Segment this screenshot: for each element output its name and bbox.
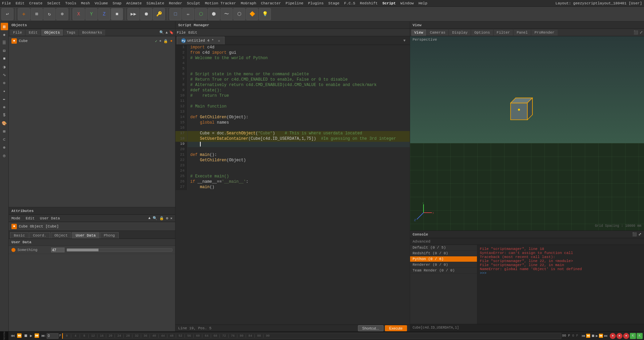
attr-search-icon[interactable]: 🔍: [153, 216, 157, 220]
viewport-btn[interactable]: □: [169, 8, 182, 20]
viewport-tab-prorender[interactable]: ProRender: [531, 30, 557, 36]
curve-btn[interactable]: 〜: [220, 8, 233, 20]
console-item-default[interactable]: Default (0 / 5): [410, 245, 477, 251]
tl-rec2-btn[interactable]: ●: [616, 333, 622, 339]
tl-last-frame-btn[interactable]: ⏭: [41, 333, 46, 338]
viewport-tab-display[interactable]: Display: [449, 30, 471, 36]
tl-rec1-btn[interactable]: ●: [610, 333, 616, 339]
console-item-renderer[interactable]: Renderer (0 / 0): [410, 262, 477, 268]
menu-window[interactable]: Window: [400, 1, 414, 5]
menu-snap[interactable]: Snap: [113, 1, 121, 5]
tl-key2-btn[interactable]: K: [637, 333, 643, 339]
scale-button[interactable]: ⊞: [31, 8, 43, 20]
tl-first-frame-btn[interactable]: ⏮: [10, 333, 15, 338]
tl-next-btn[interactable]: ⏩: [34, 333, 40, 338]
viewport-maximize-icon[interactable]: ⤢: [640, 30, 643, 35]
sidebar-paint-icon[interactable]: 🎨: [1, 120, 8, 127]
script-file-menu[interactable]: File: [177, 31, 186, 35]
bp2-btn[interactable]: ⬢: [208, 8, 220, 20]
cube-lock-icon[interactable]: 🔒: [163, 39, 168, 43]
sidebar-camera-icon[interactable]: ⊙: [1, 79, 8, 87]
menu-file[interactable]: File: [2, 1, 11, 5]
sidebar-sk-icon[interactable]: $: [1, 112, 8, 119]
menu-mograph[interactable]: MoGraph: [241, 1, 256, 5]
cube-dot-icon[interactable]: ●: [170, 39, 172, 43]
sidebar-layer-icon[interactable]: ☰: [1, 39, 8, 46]
objects-search-icon[interactable]: 🔍: [159, 30, 164, 35]
viewport-tab-panel[interactable]: Panel: [514, 30, 531, 36]
obj-btn[interactable]: ■: [111, 8, 123, 20]
menu-stage[interactable]: Stage: [328, 1, 339, 5]
script-edit-menu[interactable]: Edit: [188, 31, 197, 35]
viewport-tab-view[interactable]: View: [411, 30, 426, 36]
viewport-tab-cameras[interactable]: Cameras: [427, 30, 448, 36]
objects-tab-edit[interactable]: Edit: [26, 30, 40, 36]
objects-tab-bookmarks[interactable]: Bookmarks: [79, 30, 105, 36]
menu-fcs[interactable]: F.C.S: [344, 1, 355, 5]
rend-btn[interactable]: 🔶: [246, 8, 258, 20]
attr-lock-icon[interactable]: 🔒: [159, 216, 164, 220]
attr-gear-icon[interactable]: ⚙: [166, 216, 168, 220]
play-btn[interactable]: ▶▶: [127, 8, 139, 20]
menu-mesh[interactable]: Mesh: [81, 1, 90, 5]
objects-tab-objects[interactable]: Objects: [41, 30, 63, 36]
menu-sculpt[interactable]: Sculpt: [187, 1, 200, 5]
menu-edit[interactable]: Edit: [15, 1, 24, 5]
tl-fwd2-btn[interactable]: ⏩: [599, 334, 603, 338]
bp-btn[interactable]: ⬡: [195, 8, 207, 20]
sidebar-cube-icon[interactable]: ■: [1, 55, 8, 62]
menu-volume[interactable]: Volume: [94, 1, 108, 5]
cube-vis-icon[interactable]: ●: [159, 39, 162, 43]
sidebar-move-icon[interactable]: ⊕: [1, 103, 8, 111]
sidebar-extra2-icon[interactable]: ◎: [1, 152, 8, 159]
z-axis-btn[interactable]: Z: [98, 8, 110, 20]
sidebar-extra-icon[interactable]: ⊗: [1, 144, 8, 151]
tl-rec3-btn[interactable]: ●: [623, 333, 629, 339]
menu-create[interactable]: Create: [29, 1, 43, 5]
viewport-expand-icon[interactable]: ⬛: [634, 30, 638, 35]
sidebar-pen-icon[interactable]: ✒: [1, 95, 8, 103]
menu-simulate[interactable]: Simulate: [147, 1, 164, 5]
menu-redshift[interactable]: Redshift: [360, 1, 378, 5]
menu-help[interactable]: Help: [418, 1, 427, 5]
execute-button[interactable]: Execute: [385, 325, 407, 331]
attr-tab-object[interactable]: Object: [51, 232, 72, 239]
shortcut-button[interactable]: Shortcut...: [358, 325, 384, 331]
attr-tab-coord[interactable]: Coord.: [29, 232, 50, 239]
render2-btn[interactable]: ⬡: [233, 8, 245, 20]
code-editor[interactable]: 1 import c4d 2 from c4d import gui 3 # W…: [175, 45, 410, 325]
tl-stop2-btn[interactable]: ⏹: [591, 334, 595, 338]
attr-tab-userdata[interactable]: User Data: [72, 232, 99, 239]
x-axis-btn[interactable]: X: [73, 8, 85, 20]
sidebar-take-icon[interactable]: ⊟: [1, 47, 8, 54]
menu-render[interactable]: Render: [169, 1, 183, 5]
attr-mode-tab[interactable]: Mode: [11, 216, 20, 220]
sidebar-light-icon[interactable]: ✦: [1, 87, 8, 95]
attr-tab-phong[interactable]: Phong: [100, 232, 119, 239]
console-item-teamrender[interactable]: Team Render (0 / 0): [410, 268, 477, 273]
script-tab-untitled[interactable]: Py untitled 4 * ✕: [177, 37, 225, 44]
transform-button[interactable]: ⊕: [56, 8, 68, 20]
sidebar-snap-icon[interactable]: ⊞: [1, 128, 8, 135]
console-maximize-icon[interactable]: ⤢: [638, 232, 641, 237]
attr-edit-tab[interactable]: Edit: [26, 216, 34, 220]
script-tab-close-icon[interactable]: ✕: [218, 39, 220, 43]
sidebar-nurbs-icon[interactable]: ◑: [1, 63, 8, 71]
menu-select[interactable]: Select: [47, 1, 61, 5]
menu-script[interactable]: Script: [383, 1, 396, 5]
undo-button[interactable]: ↩: [1, 8, 13, 20]
tl-play-btn[interactable]: ▶: [29, 333, 33, 338]
keyframe-btn[interactable]: 🔑: [153, 8, 165, 20]
attr-userdata-tab[interactable]: User Data: [40, 216, 60, 220]
tl-track[interactable]: 0 4 8 12 16 20 24 28 32 36 40 44 48 52 5…: [62, 333, 561, 339]
rotate-button[interactable]: ↻: [43, 8, 55, 20]
y-axis-btn[interactable]: Y: [85, 8, 97, 20]
objects-tab-tags[interactable]: Tags: [64, 30, 78, 36]
attr-something-slider[interactable]: [67, 248, 172, 252]
objects-bookmark-icon[interactable]: 🔖: [169, 30, 174, 35]
menu-character[interactable]: Character: [261, 1, 281, 5]
sidebar-objects-icon[interactable]: ▤: [1, 23, 8, 30]
console-item-redshift[interactable]: Redshift (0 / 0): [410, 251, 477, 256]
tl-play2-btn[interactable]: ▶: [596, 334, 598, 338]
viewport-tab-filter[interactable]: Filter: [494, 30, 513, 36]
